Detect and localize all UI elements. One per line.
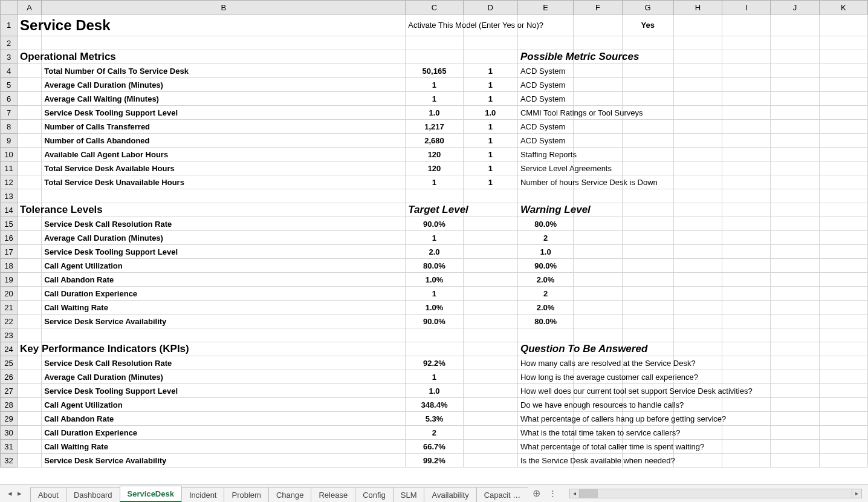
kpi-value[interactable]: 99.2% (406, 454, 463, 468)
cell[interactable] (622, 328, 673, 342)
cell[interactable] (574, 273, 622, 287)
metric-value[interactable]: 50,165 (406, 64, 463, 78)
cell[interactable] (18, 189, 42, 203)
cell[interactable] (819, 134, 867, 148)
row-header[interactable]: 13 (1, 189, 18, 203)
row-header[interactable]: 24 (1, 342, 18, 356)
cell[interactable] (819, 217, 867, 231)
cell[interactable] (18, 370, 42, 384)
cell[interactable] (463, 356, 517, 370)
cell[interactable] (463, 370, 517, 384)
cell[interactable] (622, 148, 673, 161)
cell[interactable] (18, 315, 42, 328)
cell[interactable] (819, 440, 867, 454)
cell[interactable] (574, 15, 622, 36)
cell[interactable] (18, 120, 42, 134)
cell[interactable] (673, 189, 722, 203)
tol-warn[interactable]: 80.0% (517, 315, 573, 328)
tol-label[interactable]: Average Call Duration (Minutes) (42, 231, 406, 245)
row-header[interactable]: 31 (1, 440, 18, 454)
row-header[interactable]: 14 (1, 203, 18, 217)
cell[interactable] (771, 384, 819, 398)
cell[interactable] (574, 259, 622, 273)
cell[interactable] (819, 454, 867, 468)
cell[interactable] (819, 259, 867, 273)
cell[interactable] (673, 259, 722, 273)
page-title[interactable]: Service Desk (18, 15, 42, 36)
cell[interactable] (673, 273, 722, 287)
cell[interactable] (819, 231, 867, 245)
row-header[interactable]: 2 (1, 36, 18, 50)
cell[interactable] (622, 259, 673, 273)
cell[interactable] (722, 328, 771, 342)
tol-warn[interactable]: 1.0 (517, 245, 573, 259)
cell[interactable] (18, 259, 42, 273)
kpi-value[interactable]: 348.4% (406, 398, 463, 412)
metric-value2[interactable]: 1 (463, 134, 517, 148)
cell[interactable] (463, 454, 517, 468)
cell[interactable] (771, 231, 819, 245)
cell[interactable] (722, 412, 771, 426)
metric-label[interactable]: Total Number Of Calls To Service Desk (42, 64, 406, 78)
kpi-question[interactable]: Is the Service Desk available when neede… (517, 454, 573, 468)
cell[interactable] (771, 342, 819, 356)
cell[interactable] (673, 15, 722, 36)
cell[interactable] (517, 328, 573, 342)
col-header-H[interactable]: H (673, 1, 722, 15)
cell[interactable] (771, 398, 819, 412)
kpi-value[interactable]: 92.2% (406, 356, 463, 370)
cell[interactable] (463, 398, 517, 412)
row-header[interactable]: 1 (1, 15, 18, 36)
metric-value2[interactable]: 1 (463, 148, 517, 161)
cell[interactable] (819, 328, 867, 342)
cell[interactable] (673, 342, 722, 356)
cell[interactable] (18, 92, 42, 106)
metric-value[interactable]: 1.0 (406, 106, 463, 120)
tol-warn[interactable]: 2.0% (517, 273, 573, 287)
tol-label[interactable]: Call Duration Experience (42, 287, 406, 301)
cell[interactable] (574, 78, 622, 92)
metric-source[interactable]: Service Level Agreements (517, 161, 573, 175)
kpi-question[interactable]: How long is the average customer call ex… (517, 370, 573, 384)
kpi-label[interactable]: Service Desk Tooling Support Level (42, 384, 406, 398)
cell[interactable] (673, 245, 722, 259)
cell[interactable] (722, 301, 771, 315)
cell[interactable] (622, 203, 673, 217)
cell[interactable] (771, 412, 819, 426)
cell[interactable] (819, 106, 867, 120)
row-header[interactable]: 4 (1, 64, 18, 78)
cell[interactable] (463, 231, 517, 245)
cell[interactable] (771, 134, 819, 148)
cell[interactable] (771, 273, 819, 287)
kpi-value[interactable]: 2 (406, 426, 463, 440)
cell[interactable] (673, 426, 722, 440)
tol-label[interactable]: Service Desk Call Resolution Rate (42, 217, 406, 231)
metric-label[interactable]: Service Desk Tooling Support Level (42, 106, 406, 120)
metric-value[interactable]: 1,217 (406, 120, 463, 134)
col-header-A[interactable]: A (18, 1, 42, 15)
row-header[interactable]: 26 (1, 370, 18, 384)
row-header[interactable]: 6 (1, 92, 18, 106)
cell[interactable] (819, 64, 867, 78)
cell[interactable] (673, 287, 722, 301)
cell[interactable] (819, 175, 867, 189)
cell[interactable] (18, 356, 42, 370)
row-header[interactable]: 16 (1, 231, 18, 245)
metric-value[interactable]: 1 (406, 92, 463, 106)
cell[interactable] (463, 426, 517, 440)
tol-warn[interactable]: 90.0% (517, 259, 573, 273)
tol-target[interactable]: 1.0% (406, 273, 463, 287)
cell[interactable] (673, 78, 722, 92)
metric-source[interactable]: ACD System (517, 120, 573, 134)
cell[interactable] (722, 315, 771, 328)
cell[interactable] (574, 245, 622, 259)
cell[interactable] (622, 92, 673, 106)
kpi-question[interactable]: What is the total time taken to service … (517, 426, 573, 440)
cell[interactable] (463, 328, 517, 342)
cell[interactable] (819, 189, 867, 203)
cell[interactable] (771, 36, 819, 50)
row-header[interactable]: 17 (1, 245, 18, 259)
cell[interactable] (18, 78, 42, 92)
kpi-question[interactable]: How many calls are resolved at the Servi… (517, 356, 573, 370)
kpi-label[interactable]: Call Abandon Rate (42, 412, 406, 426)
